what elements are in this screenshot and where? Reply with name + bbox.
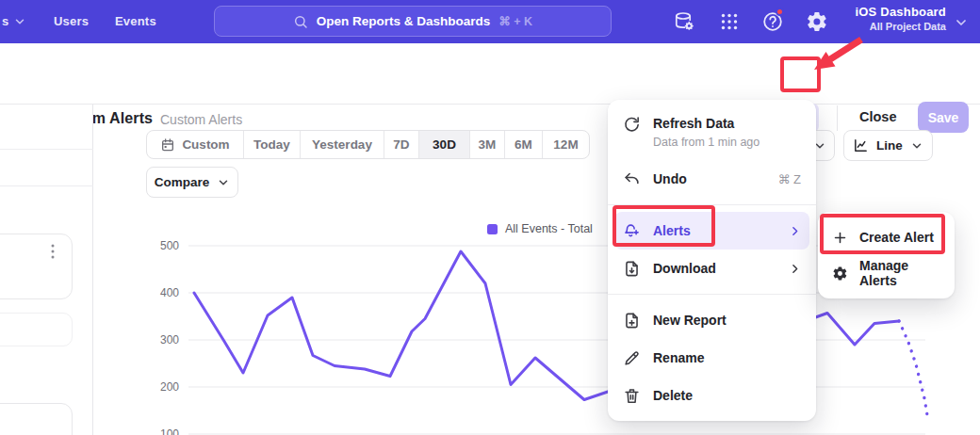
submenu-item-label: Manage Alerts — [859, 258, 940, 288]
chevron-down-icon — [910, 139, 923, 153]
settings-gear-icon[interactable] — [806, 10, 828, 33]
range-tab-today[interactable]: Today — [244, 131, 301, 158]
refresh-icon — [623, 116, 641, 134]
plus-icon — [832, 230, 848, 246]
panel-card[interactable] — [0, 313, 73, 346]
range-tab-label: Custom — [182, 137, 229, 152]
chart-type-label: Line — [876, 138, 903, 153]
menu-item-label: Alerts — [653, 223, 776, 238]
svg-text:200: 200 — [160, 380, 179, 394]
menu-item-refresh-data[interactable]: Refresh Data Data from 1 min ago — [608, 106, 816, 160]
compare-button[interactable]: Compare — [146, 167, 238, 198]
breadcrumb: Custom Alerts — [160, 112, 242, 127]
menu-item-undo[interactable]: Undo ⌘ Z — [608, 160, 816, 198]
range-tab-label: Today — [253, 137, 290, 152]
submenu-item-create-alert[interactable]: Create Alert — [818, 219, 955, 255]
top-nav: s Users Events Open Reports & Dashboards… — [0, 0, 980, 43]
range-tab-30d-selected[interactable]: 30D — [419, 131, 470, 158]
download-file-icon — [623, 260, 641, 278]
range-tab-7d[interactable]: 7D — [384, 131, 419, 158]
menu-shortcut: ⌘ Z — [777, 172, 801, 186]
submenu-item-label: Create Alert — [859, 230, 934, 245]
date-range-selector: Custom Today Yesterday 7D 30D 3M 6M 12M — [146, 130, 590, 159]
project-scope: All Project Data — [855, 21, 946, 32]
chevron-down-icon — [13, 15, 26, 28]
svg-text:400: 400 — [160, 286, 179, 299]
menu-item-label: Undo — [653, 171, 765, 186]
card-kebab-menu-icon[interactable] — [47, 243, 58, 262]
range-tab-yesterday[interactable]: Yesterday — [301, 131, 384, 158]
menu-divider — [608, 294, 816, 295]
left-panel — [0, 105, 93, 435]
close-button[interactable]: Close — [859, 109, 897, 124]
menu-item-rename[interactable]: Rename — [608, 339, 816, 377]
nav-truncated-label: s — [2, 14, 8, 28]
app-screen: s Users Events Open Reports & Dashboards… — [0, 0, 980, 435]
pencil-icon — [623, 349, 641, 367]
svg-text:500: 500 — [160, 239, 179, 252]
search-icon — [293, 14, 308, 29]
range-tab-label: 30D — [433, 137, 456, 152]
range-tab-12m[interactable]: 12M — [543, 131, 589, 158]
compare-label: Compare — [155, 175, 210, 189]
chart-type-button[interactable]: Line — [843, 130, 933, 161]
submenu-item-manage-alerts[interactable]: Manage Alerts — [818, 255, 955, 291]
divider — [837, 105, 838, 131]
more-options-menu: Refresh Data Data from 1 min ago Undo ⌘ … — [608, 100, 816, 421]
range-tab-3m[interactable]: 3M — [470, 131, 505, 158]
svg-text:100: 100 — [160, 427, 179, 435]
menu-item-alerts[interactable]: Alerts — [614, 212, 809, 250]
menu-item-subtitle: Data from 1 min ago — [653, 136, 760, 149]
range-tab-custom[interactable]: Custom — [147, 131, 244, 158]
panel-card[interactable] — [0, 234, 73, 299]
menu-item-download[interactable]: Download — [608, 250, 816, 287]
search-shortcut: ⌘ + K — [498, 14, 532, 28]
nav-item-truncated[interactable]: s — [2, 14, 26, 28]
report-header: Custom Alerts Custom Alerts GV Duplicate… — [0, 43, 980, 105]
project-name: iOS Dashboard — [855, 5, 946, 19]
notification-dot — [776, 8, 784, 16]
help-icon[interactable] — [761, 10, 784, 33]
range-tab-label: 12M — [553, 137, 578, 152]
global-search-input[interactable]: Open Reports & Dashboards ⌘ + K — [214, 6, 612, 37]
new-report-icon — [623, 312, 641, 330]
menu-item-delete[interactable]: Delete — [608, 377, 816, 414]
trash-icon — [623, 387, 641, 405]
panel-card[interactable] — [0, 403, 73, 435]
chevron-down-icon — [217, 176, 230, 189]
range-tab-6m[interactable]: 6M — [505, 131, 543, 158]
project-switcher[interactable]: iOS Dashboard All Project Data — [855, 5, 946, 32]
alerts-submenu: Create Alert Manage Alerts — [818, 212, 955, 298]
gear-icon — [832, 266, 848, 282]
range-tab-label: 3M — [479, 137, 497, 152]
range-tab-label: 7D — [393, 137, 409, 152]
project-chevron-down-icon[interactable] — [954, 15, 969, 30]
save-button[interactable]: Save — [918, 102, 969, 133]
menu-item-label: Download — [653, 261, 776, 276]
divider — [0, 185, 93, 186]
legend-swatch — [487, 224, 498, 234]
menu-item-new-report[interactable]: New Report — [608, 301, 816, 339]
bell-plus-icon — [623, 222, 641, 240]
chart-legend: All Events - Total — [487, 222, 593, 235]
chevron-right-icon — [789, 263, 801, 275]
line-chart-icon — [853, 137, 869, 153]
menu-item-label: Refresh Data — [653, 116, 760, 131]
legend-label: All Events - Total — [505, 222, 593, 235]
range-tab-label: 6M — [514, 137, 532, 152]
nav-item-events[interactable]: Events — [115, 14, 156, 28]
menu-item-label: New Report — [653, 313, 801, 328]
menu-item-label: Delete — [653, 388, 801, 403]
undo-icon — [623, 170, 641, 188]
range-tab-label: Yesterday — [312, 137, 372, 152]
menu-divider — [608, 204, 816, 205]
svg-text:300: 300 — [160, 333, 179, 346]
menu-item-label: Rename — [653, 350, 801, 365]
search-placeholder: Open Reports & Dashboards — [317, 14, 491, 28]
data-management-icon[interactable] — [673, 10, 695, 33]
nav-item-users[interactable]: Users — [54, 14, 89, 28]
calendar-icon — [160, 137, 175, 153]
apps-grid-icon[interactable] — [718, 10, 741, 33]
chevron-right-icon — [789, 225, 801, 237]
divider — [0, 149, 93, 150]
